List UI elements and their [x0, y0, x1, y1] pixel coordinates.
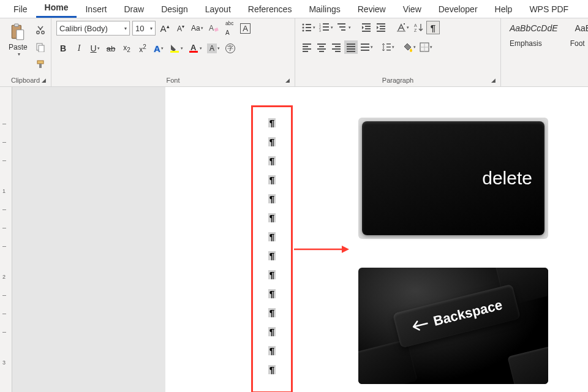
svg-rect-40: [303, 46, 308, 47]
font-name-value: Calibri (Body): [59, 24, 108, 33]
decrease-indent-button[interactable]: [360, 21, 373, 34]
format-painter-button[interactable]: [34, 58, 47, 71]
tab-file[interactable]: File: [5, 1, 36, 18]
paragraph-mark: ¶: [268, 175, 276, 184]
tab-draw[interactable]: Draw: [115, 1, 153, 18]
char-shading-icon: A: [207, 43, 217, 53]
paste-button[interactable]: Paste ▾: [5, 21, 31, 59]
ribbon: Paste ▾ Clipboard◢: [0, 18, 588, 87]
chevron-down-icon: ▾: [430, 45, 432, 50]
asian-layout-button[interactable]: ▾: [395, 21, 410, 34]
dialog-launcher-icon[interactable]: ◢: [491, 77, 496, 83]
highlight-button[interactable]: ▾: [168, 42, 184, 55]
style-preview-emphasis[interactable]: AaBbCcDdE: [506, 21, 562, 36]
page-gutter: [12, 87, 165, 392]
tab-design[interactable]: Design: [153, 1, 197, 18]
char-shading-button[interactable]: A▾: [206, 42, 221, 55]
svg-rect-48: [335, 46, 341, 47]
distributed-button[interactable]: ▾: [359, 40, 374, 54]
paragraph-group-label: Paragraph: [382, 77, 413, 84]
tab-review[interactable]: Review: [349, 1, 394, 18]
backspace-key: Backspace: [393, 284, 521, 349]
dialog-launcher-icon[interactable]: ◢: [285, 77, 290, 83]
text-effects-button[interactable]: A▾: [152, 42, 165, 55]
backspace-key-label: Backspace: [432, 297, 504, 330]
sort-button[interactable]: AZ: [412, 21, 425, 34]
svg-point-14: [303, 24, 304, 26]
svg-rect-49: [332, 48, 341, 50]
change-case-button[interactable]: Aa▾: [190, 21, 205, 35]
clear-formatting-button[interactable]: A: [207, 21, 221, 35]
outdent-icon: [361, 23, 371, 32]
subscript-button[interactable]: x2: [120, 42, 134, 55]
font-color-icon: A: [188, 43, 199, 54]
shading-button[interactable]: ▾: [402, 40, 417, 54]
underline-button[interactable]: U▾: [88, 42, 102, 55]
align-right-button[interactable]: [330, 40, 343, 54]
font-name-select[interactable]: Calibri (Body)▾: [56, 21, 130, 36]
tab-home[interactable]: Home: [36, 0, 77, 18]
tab-mailings[interactable]: Mailings: [300, 1, 349, 18]
ruler-mark-1: 1: [2, 188, 6, 194]
font-color-button[interactable]: A▾: [187, 42, 203, 55]
dialog-launcher-icon[interactable]: ◢: [42, 77, 46, 83]
font-size-value: 10: [135, 24, 144, 33]
tab-wps-pdf[interactable]: WPS PDF: [521, 1, 577, 18]
document-page[interactable]: ¶ ¶ ¶ ¶ ¶ ¶ ¶ ¶ ¶ ¶ ¶ ¶ ¶ ¶: [165, 87, 588, 392]
clear-format-icon: A: [208, 23, 219, 33]
align-left-button[interactable]: [300, 40, 314, 54]
svg-rect-34: [380, 26, 385, 27]
delete-key: delete: [362, 121, 545, 235]
strikethrough-button[interactable]: ab: [104, 42, 118, 55]
delete-key-image: delete: [358, 118, 548, 239]
asian-layout-icon: [396, 23, 406, 32]
multilevel-list-button[interactable]: ▾: [336, 21, 352, 34]
svg-rect-15: [306, 24, 311, 25]
superscript-icon: x2: [139, 43, 146, 54]
enclose-chars-button[interactable]: 字: [224, 42, 237, 55]
tab-view[interactable]: View: [394, 1, 430, 18]
tab-developer[interactable]: Developer: [430, 1, 486, 18]
align-center-button[interactable]: [315, 40, 328, 54]
tab-help[interactable]: Help: [486, 1, 521, 18]
character-border-button[interactable]: A: [239, 21, 252, 35]
paragraph-mark: ¶: [268, 289, 276, 298]
paragraph-mark: ¶: [268, 118, 276, 127]
font-size-select[interactable]: 10▾: [132, 21, 156, 36]
vertical-ruler[interactable]: 1 2 3: [0, 87, 12, 392]
shrink-font-button[interactable]: A▾: [174, 21, 187, 35]
tab-insert[interactable]: Insert: [77, 1, 115, 18]
svg-point-3: [36, 31, 39, 34]
chevron-down-icon: ▾: [161, 46, 164, 51]
copy-button[interactable]: [34, 40, 47, 54]
numbering-button[interactable]: 123▾: [318, 21, 334, 34]
superscript-button[interactable]: x2: [136, 42, 149, 55]
increase-indent-button[interactable]: [374, 21, 388, 34]
svg-rect-10: [214, 28, 218, 32]
shrink-font-icon: A▾: [177, 24, 184, 33]
ruler-mark-2: 2: [2, 274, 6, 280]
svg-text:A: A: [190, 43, 197, 52]
align-justify-button[interactable]: [344, 40, 358, 54]
multilevel-icon: [337, 23, 348, 32]
bold-icon: B: [60, 43, 66, 53]
grow-font-button[interactable]: A▴: [158, 21, 172, 35]
phonetic-guide-button[interactable]: abcA: [223, 21, 236, 35]
svg-rect-6: [39, 45, 44, 52]
tab-layout[interactable]: Layout: [197, 1, 239, 18]
line-spacing-button[interactable]: ▾: [380, 40, 396, 54]
italic-button[interactable]: I: [72, 42, 86, 55]
group-styles: AaBbCcDdE AaBbCc Emphasis Foot: [501, 18, 588, 86]
borders-button[interactable]: ▾: [418, 40, 434, 54]
bullets-button[interactable]: ▾: [300, 21, 317, 34]
svg-rect-58: [386, 43, 391, 45]
bold-button[interactable]: B: [56, 42, 70, 55]
show-hide-marks-button[interactable]: ¶: [426, 21, 440, 34]
style-preview-footer[interactable]: AaBbCc: [571, 21, 588, 36]
svg-rect-51: [347, 43, 355, 45]
svg-rect-26: [337, 23, 345, 24]
cut-button[interactable]: [34, 23, 47, 37]
strike-icon: ab: [107, 44, 115, 53]
tab-references[interactable]: References: [239, 1, 301, 18]
paragraph-mark: ¶: [268, 365, 276, 374]
